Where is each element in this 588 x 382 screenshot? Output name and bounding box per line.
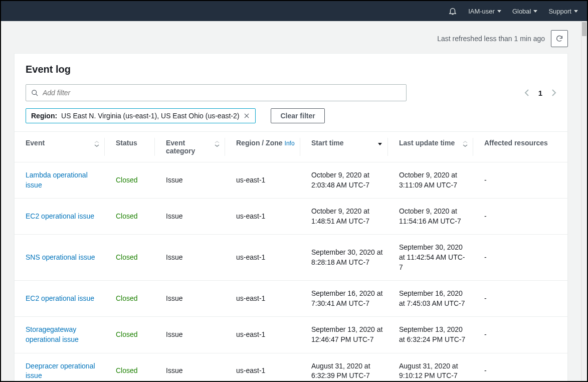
cell-category: Issue — [155, 162, 225, 199]
cell-last: October 9, 2020 at 3:11:09 AM UTC-7 — [388, 162, 473, 199]
event-link[interactable]: Deepracer operational issue — [26, 362, 95, 380]
event-log-panel: Event log 1 Region: US East — [14, 53, 568, 381]
table-header-row: Event Status Event category — [15, 132, 567, 162]
top-nav: IAM-user Global Support — [1, 1, 587, 21]
status-badge: Closed — [116, 294, 138, 302]
table-row: EC2 operational issueClosedIssueus-east-… — [15, 199, 567, 235]
cell-last: August 31, 2020 at 9:10:12 PM UTC-7 — [388, 353, 473, 381]
refresh-icon — [555, 35, 563, 43]
cell-last: September 13, 2020 at 6:32:24 PM UTC-7 — [388, 317, 473, 353]
sort-icon — [462, 141, 468, 147]
region-info-link[interactable]: Info — [285, 140, 295, 147]
cell-category: Issue — [155, 235, 225, 281]
event-link[interactable]: EC2 operational issue — [26, 294, 94, 302]
event-link[interactable]: Lambda operational issue — [26, 171, 88, 189]
cell-category: Issue — [155, 317, 225, 353]
close-icon — [243, 112, 250, 119]
col-region[interactable]: Region / ZoneInfo — [225, 132, 300, 162]
search-icon — [31, 89, 39, 97]
support-label: Support — [548, 8, 571, 15]
filter-input-wrap[interactable] — [26, 84, 407, 101]
svg-line-1 — [36, 94, 38, 96]
cell-last: September 16, 2020 at 7:45:03 AM UTC-7 — [388, 281, 473, 317]
cell-affected: - — [473, 317, 567, 353]
cell-affected: - — [473, 162, 567, 199]
event-link[interactable]: EC2 operational issue — [26, 212, 94, 220]
filter-input[interactable] — [43, 89, 401, 97]
col-start[interactable]: Start time — [300, 132, 388, 162]
col-affected[interactable]: Affected resources — [473, 132, 567, 162]
cell-region: us-east-1 — [225, 162, 300, 199]
refresh-row: Last refreshed less than 1 min ago — [1, 21, 581, 53]
pager: 1 — [524, 89, 556, 97]
cell-start: September 30, 2020 at 8:28:18 AM UTC-7 — [300, 235, 388, 281]
cell-affected: - — [473, 353, 567, 381]
cell-start: October 9, 2020 at 1:48:51 AM UTC-7 — [300, 199, 388, 235]
col-event[interactable]: Event — [15, 132, 105, 162]
table-row: EC2 operational issueClosedIssueus-east-… — [15, 281, 567, 317]
cell-start: September 16, 2020 at 7:30:41 AM UTC-7 — [300, 281, 388, 317]
cell-affected: - — [473, 281, 567, 317]
cell-start: September 13, 2020 at 12:46:47 PM UTC-7 — [300, 317, 388, 353]
event-link[interactable]: Storagegateway operational issue — [26, 325, 79, 343]
cell-category: Issue — [155, 199, 225, 235]
chip-remove-button[interactable] — [243, 112, 250, 119]
status-badge: Closed — [116, 253, 138, 261]
table-row: Deepracer operational issueClosedIssueus… — [15, 353, 567, 381]
notifications-button[interactable] — [448, 7, 457, 16]
cell-category: Issue — [155, 281, 225, 317]
cell-start: October 9, 2020 at 2:03:48 AM UTC-7 — [300, 162, 388, 199]
caret-down-icon — [497, 10, 501, 13]
refresh-button[interactable] — [551, 30, 568, 47]
event-table: Event Status Event category — [15, 131, 567, 381]
page-number: 1 — [538, 89, 542, 97]
status-badge: Closed — [116, 330, 138, 338]
scrollbar[interactable] — [581, 21, 587, 381]
sort-icon — [94, 141, 100, 147]
col-last[interactable]: Last update time — [388, 132, 473, 162]
refresh-status: Last refreshed less than 1 min ago — [437, 35, 545, 43]
sort-desc-icon — [377, 141, 383, 147]
panel-title: Event log — [26, 64, 556, 75]
caret-down-icon — [533, 10, 537, 13]
svg-point-0 — [32, 90, 37, 94]
table-row: SNS operational issueClosedIssueus-east-… — [15, 235, 567, 281]
status-badge: Closed — [116, 176, 138, 184]
panel-header: Event log — [15, 54, 567, 80]
chip-label: Region: — [31, 112, 57, 120]
cell-category: Issue — [155, 353, 225, 381]
table-row: Storagegateway operational issueClosedIs… — [15, 317, 567, 353]
cell-affected: - — [473, 235, 567, 281]
event-link[interactable]: SNS operational issue — [26, 253, 95, 261]
region-menu[interactable]: Global — [512, 8, 538, 15]
cell-last: October 9, 2020 at 11:54:16 AM UTC-7 — [388, 199, 473, 235]
cell-region: us-east-1 — [225, 281, 300, 317]
sort-icon — [214, 141, 220, 147]
prev-page-button[interactable] — [524, 89, 529, 97]
chip-value: US East N. Virginia (us-east-1), US East… — [61, 112, 239, 120]
status-badge: Closed — [116, 212, 138, 220]
clear-filter-button[interactable]: Clear filter — [271, 108, 324, 123]
support-menu[interactable]: Support — [548, 8, 578, 15]
chips-row: Region: US East N. Virginia (us-east-1),… — [15, 106, 567, 131]
next-page-button[interactable] — [551, 89, 556, 97]
caret-down-icon — [574, 10, 578, 13]
region-filter-chip[interactable]: Region: US East N. Virginia (us-east-1),… — [26, 108, 256, 123]
region-label: Global — [512, 8, 531, 15]
col-category[interactable]: Event category — [155, 132, 225, 162]
cell-region: us-east-1 — [225, 235, 300, 281]
user-label: IAM-user — [468, 8, 495, 15]
table-row: Lambda operational issueClosedIssueus-ea… — [15, 162, 567, 199]
cell-start: August 31, 2020 at 6:32:39 PM UTC-7 — [300, 353, 388, 381]
col-status[interactable]: Status — [105, 132, 155, 162]
status-badge: Closed — [116, 366, 138, 374]
user-menu[interactable]: IAM-user — [468, 8, 501, 15]
cell-region: us-east-1 — [225, 353, 300, 381]
cell-affected: - — [473, 199, 567, 235]
scrollbar-thumb[interactable] — [582, 22, 586, 36]
content-area: Last refreshed less than 1 min ago Event… — [1, 21, 581, 381]
app-frame: IAM-user Global Support Last refreshed l… — [0, 0, 588, 382]
bell-icon — [448, 7, 457, 16]
cell-last: September 30, 2020 at 11:42:54 AM UTC-7 — [388, 235, 473, 281]
cell-region: us-east-1 — [225, 317, 300, 353]
